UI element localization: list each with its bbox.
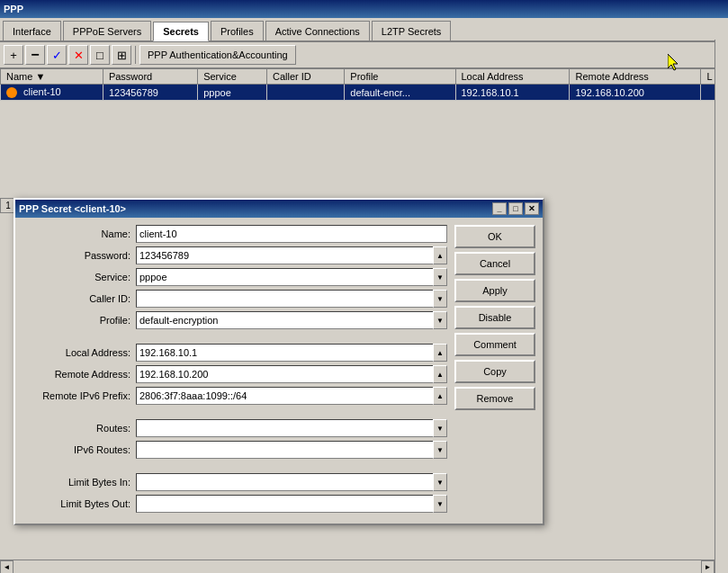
col-profile[interactable]: Profile <box>345 69 455 85</box>
caller-id-input[interactable] <box>136 290 433 308</box>
dialog-buttons: OK Cancel Apply Disable Comment Copy Rem… <box>454 225 535 516</box>
routes-input[interactable] <box>136 419 433 437</box>
cell-name: client-10 <box>1 85 103 101</box>
remote-ipv6-toggle-btn[interactable]: ▲ <box>433 387 447 405</box>
profile-dropdown-btn[interactable]: ▼ <box>433 311 447 329</box>
ppp-secret-dialog: PPP Secret <client-10> _ □ ✕ Name: Passw… <box>13 198 544 525</box>
col-service[interactable]: Service <box>198 69 267 85</box>
scroll-left-btn[interactable]: ◄ <box>0 560 13 573</box>
secrets-table: Name ▼ Password Service Caller ID Profil… <box>0 68 728 101</box>
limit-bytes-out-row: Limit Bytes Out: ▼ <box>22 495 447 513</box>
name-input[interactable] <box>136 225 447 243</box>
limit-bytes-in-field-group: ▼ <box>136 473 447 491</box>
limit-bytes-in-row: Limit Bytes In: ▼ <box>22 473 447 491</box>
ipv6-routes-dropdown-btn[interactable]: ▼ <box>433 441 447 459</box>
remote-address-row: Remote Address: ▲ <box>22 365 447 383</box>
tab-interface[interactable]: Interface <box>3 21 61 40</box>
scrollbar-track[interactable] <box>715 40 728 573</box>
col-name[interactable]: Name ▼ <box>1 69 103 85</box>
limit-bytes-out-label: Limit Bytes Out: <box>22 498 130 509</box>
password-input[interactable] <box>136 246 433 264</box>
cell-local-address: 192.168.10.1 <box>455 85 570 101</box>
auth-accounting-button[interactable]: PPP Authentication&Accounting <box>139 45 296 65</box>
horizontal-scrollbar[interactable]: ◄ ► <box>0 560 715 573</box>
cell-password: 123456789 <box>103 85 197 101</box>
tab-l2tp-secrets[interactable]: L2TP Secrets <box>372 21 451 40</box>
dialog-form: Name: Password: ▲ Service: ▼ Caller ID: <box>22 225 447 516</box>
toolbar-separator <box>135 46 136 64</box>
cell-service: pppoe <box>198 85 267 101</box>
name-row: Name: <box>22 225 447 243</box>
check-button[interactable]: ✓ <box>47 45 67 65</box>
disable-button[interactable]: Disable <box>454 306 535 329</box>
remote-address-toggle-btn[interactable]: ▲ <box>433 365 447 383</box>
routes-label: Routes: <box>22 423 130 434</box>
local-address-label: Local Address: <box>22 347 130 358</box>
profile-field-group: ▼ <box>136 311 447 329</box>
col-local-address[interactable]: Local Address <box>455 69 570 85</box>
password-toggle-btn[interactable]: ▲ <box>433 246 447 264</box>
col-caller-id[interactable]: Caller ID <box>267 69 345 85</box>
service-dropdown-btn[interactable]: ▼ <box>433 268 447 286</box>
cancel-button[interactable]: Cancel <box>454 252 535 275</box>
tab-secrets[interactable]: Secrets <box>153 22 209 41</box>
remote-ipv6-input[interactable] <box>136 387 433 405</box>
remove-button[interactable]: − <box>25 45 45 65</box>
tab-active-connections[interactable]: Active Connections <box>265 21 370 40</box>
col-password[interactable]: Password <box>103 69 197 85</box>
service-input[interactable] <box>136 268 433 286</box>
profile-row: Profile: ▼ <box>22 311 447 329</box>
limit-bytes-in-input[interactable] <box>136 473 433 491</box>
table-row[interactable]: client-10 123456789 pppoe default-encr..… <box>1 85 728 101</box>
table-area: Name ▼ Password Service Caller ID Profil… <box>0 68 728 212</box>
limit-bytes-in-dropdown-btn[interactable]: ▼ <box>433 473 447 491</box>
form-gap-1 <box>22 333 447 344</box>
ipv6-routes-input[interactable] <box>136 441 433 459</box>
filter-button[interactable]: ⊞ <box>112 45 131 65</box>
dialog-title-buttons: _ □ ✕ <box>492 202 539 215</box>
scroll-right-btn[interactable]: ► <box>701 560 715 573</box>
ipv6-routes-label: IPv6 Routes: <box>22 444 130 455</box>
password-field-group: ▲ <box>136 246 447 264</box>
remote-address-input[interactable] <box>136 365 433 383</box>
caller-id-dropdown-btn[interactable]: ▼ <box>433 290 447 308</box>
ipv6-routes-field-group: ▼ <box>136 441 447 459</box>
remote-ipv6-row: Remote IPv6 Prefix: ▲ <box>22 387 447 405</box>
form-gap-3 <box>22 462 447 473</box>
dialog-title-bar: PPP Secret <client-10> _ □ ✕ <box>15 200 543 218</box>
routes-dropdown-btn[interactable]: ▼ <box>433 419 447 437</box>
caller-id-row: Caller ID: ▼ <box>22 290 447 308</box>
copy-button[interactable]: □ <box>90 45 110 65</box>
limit-bytes-out-dropdown-btn[interactable]: ▼ <box>433 495 447 513</box>
cell-profile: default-encr... <box>345 85 455 101</box>
limit-bytes-in-label: Limit Bytes In: <box>22 477 130 488</box>
copy-button-dialog[interactable]: Copy <box>454 360 535 383</box>
remote-ipv6-field-group: ▲ <box>136 387 447 405</box>
limit-bytes-out-input[interactable] <box>136 495 433 513</box>
dialog-minimize-button[interactable]: _ <box>492 202 507 215</box>
local-address-field-group: ▲ <box>136 344 447 362</box>
remove-button-dialog[interactable]: Remove <box>454 387 535 410</box>
x-button[interactable]: ✕ <box>68 45 88 65</box>
table-header-row: Name ▼ Password Service Caller ID Profil… <box>1 69 728 85</box>
service-row: Service: ▼ <box>22 268 447 286</box>
local-address-toggle-btn[interactable]: ▲ <box>433 344 447 362</box>
profile-input[interactable] <box>136 311 433 329</box>
caller-id-field-group: ▼ <box>136 290 447 308</box>
col-remote-address[interactable]: Remote Address <box>570 69 701 85</box>
title-bar: PPP <box>0 0 728 18</box>
ok-button[interactable]: OK <box>454 225 535 248</box>
local-address-input[interactable] <box>136 344 433 362</box>
add-button[interactable]: + <box>4 45 23 65</box>
apply-button[interactable]: Apply <box>454 279 535 302</box>
remote-address-label: Remote Address: <box>22 369 130 380</box>
cell-remote-address: 192.168.10.200 <box>570 85 701 101</box>
comment-button[interactable]: Comment <box>454 333 535 356</box>
dialog-close-button[interactable]: ✕ <box>525 202 539 215</box>
dialog-maximize-button[interactable]: □ <box>508 202 523 215</box>
tab-bar: Interface PPPoE Servers Secrets Profiles… <box>0 18 728 42</box>
tab-profiles[interactable]: Profiles <box>211 21 264 40</box>
service-label: Service: <box>22 272 130 282</box>
routes-field-group: ▼ <box>136 419 447 437</box>
tab-pppoe-servers[interactable]: PPPoE Servers <box>63 21 151 40</box>
